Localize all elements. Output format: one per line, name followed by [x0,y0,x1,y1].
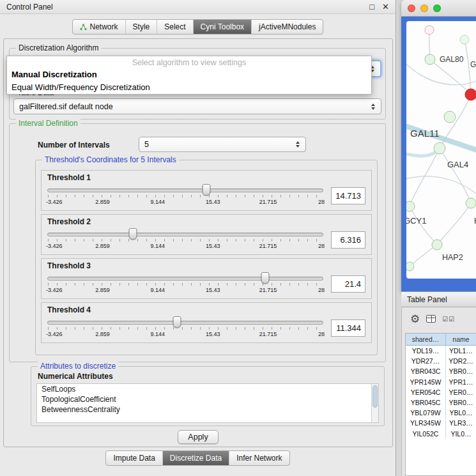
tick-label: -3.426 [46,287,63,293]
network-node[interactable] [460,35,469,44]
table-cell[interactable]: YDL19… [406,346,446,356]
table-cell[interactable]: YBL079W [406,408,446,418]
table-row[interactable]: YDR27…YDR2… [406,356,476,366]
slider-track[interactable] [47,277,323,280]
float-window-icon[interactable]: □ [369,3,374,11]
network-node[interactable] [434,142,445,154]
threshold-value-field[interactable]: 6.316 [331,231,365,249]
number-of-intervals-combobox[interactable]: 5 [139,137,306,152]
tab-discretize-data[interactable]: Discretize Data [162,451,229,465]
tab-cyni-toolbox[interactable]: Cyni Toolbox [193,20,251,34]
slider-track[interactable] [47,321,323,325]
table-row[interactable]: YPR145WYPR1… [406,377,476,387]
tick-label: 2.859 [95,287,110,293]
threshold-label: Threshold 2 [47,217,365,226]
table-cell[interactable]: YER0… [446,387,476,397]
column-header[interactable]: shared… [406,334,446,345]
tick-label: 28 [318,243,325,249]
apply-button[interactable]: Apply [178,430,219,444]
close-button[interactable] [408,4,415,12]
network-node[interactable] [425,54,435,65]
table-cell[interactable]: YLR345W [406,418,446,428]
tick-label: 2.859 [95,331,110,337]
slider-tick-marks [48,283,323,286]
table-cell[interactable]: YDR2… [446,356,476,366]
tick-label: 28 [318,287,325,293]
threshold-slider[interactable]: -3.426 2.859 9.144 15.43 21.715 28 [47,271,323,296]
network-canvas[interactable]: GAL80 GA GAL11 GAL4 GCY1 H HAP2 [406,21,476,279]
tab-infer-network[interactable]: Infer Network [229,451,289,465]
group-title: Interval Definition [16,119,81,128]
scrollbar-thumb[interactable] [372,385,378,408]
network-node[interactable] [432,240,442,250]
table-cell[interactable]: YER054C [406,387,446,397]
table-row[interactable]: YIL052CYIL0… [406,429,476,439]
table-row[interactable]: YDL19…YDL1… [406,346,476,356]
network-node[interactable] [425,26,434,35]
tick-label: 28 [318,199,325,205]
table-cell[interactable]: YLR3… [446,418,476,428]
gear-icon[interactable]: ⚙ [410,314,420,325]
slider-thumb[interactable] [261,272,270,284]
table-row[interactable]: YER054CYER0… [406,387,476,397]
table-cell[interactable]: YBR043C [406,366,446,376]
table-cell[interactable]: YIL0… [446,429,476,439]
threshold-slider[interactable]: -3.426 2.859 9.144 15.43 21.715 28 [47,183,323,208]
tab-network[interactable]: Network [73,20,125,34]
columns-icon[interactable] [426,315,436,323]
network-node-selected[interactable] [465,89,476,100]
threshold-value-field[interactable]: 14.713 [331,187,365,204]
minimize-button[interactable] [420,4,428,12]
table-cell[interactable]: YBR045C [406,397,446,408]
table-cell[interactable]: YDL1… [446,346,476,356]
tab-style[interactable]: Style [125,20,157,34]
table-row[interactable]: YLR345WYLR3… [406,418,476,428]
numerical-attributes-list[interactable]: SelfLoops TopologicalCoefficient Between… [36,383,379,423]
table-cell[interactable]: YPR145W [406,377,446,387]
tick-label: 15.43 [206,331,220,337]
threshold-value-field[interactable]: 11.344 [331,319,365,337]
tab-impute-data[interactable]: Impute Data [106,451,162,465]
list-item[interactable]: SelfLoops [37,384,378,394]
network-node[interactable] [406,262,414,271]
tick-label: 15.43 [206,243,220,249]
threshold-slider[interactable]: -3.426 2.859 9.144 15.43 21.715 28 [47,227,323,252]
close-window-icon[interactable]: ✕ [382,3,389,11]
control-panel-titlebar: Control Panel □ ✕ [0,0,395,14]
network-node[interactable] [406,201,415,211]
tab-select[interactable]: Select [157,20,192,34]
table-data-combobox[interactable]: galFiltered.sif default node [13,98,381,114]
table-cell[interactable]: YIL052C [406,429,446,439]
network-node[interactable] [444,111,456,123]
tab-network-label: Network [90,22,118,31]
table-cell[interactable]: YDR27… [406,356,446,366]
slider-track[interactable] [47,233,323,236]
list-item[interactable]: BetweennessCentrality [37,404,378,415]
list-scrollbar[interactable] [371,384,378,422]
threshold-slider[interactable]: -3.426 2.859 9.144 15.43 21.715 28 [47,315,323,341]
table-row[interactable]: YBL079WYBL0… [406,408,476,418]
dropdown-option-manual-discretization[interactable]: Manual Discretization [7,68,371,81]
table-row[interactable]: YBR043CYBR0… [406,366,476,376]
zoom-button[interactable] [433,4,441,12]
tab-jactivemnodules[interactable]: jActiveMNodules [251,20,323,34]
slider-thumb[interactable] [203,184,211,196]
table-cell[interactable]: YPR1… [446,377,476,387]
slider-thumb[interactable] [173,316,181,328]
network-node[interactable] [466,198,476,208]
threshold-panel-3: Threshold 3 -3.426 2.859 9.144 15.43 21.… [41,258,372,299]
table-row[interactable]: YBR045CYBR0… [406,397,476,408]
table-cell[interactable]: YBL0… [446,408,476,418]
table-panel: Table Panel ⚙ ☑☑ shared… name YDL19…YDL1… [401,291,476,476]
threshold-value-field[interactable]: 21.4 [331,275,365,293]
number-of-intervals-value: 5 [144,140,149,149]
dropdown-option-equal-width[interactable]: Equal Width/Frequency Discretization [7,81,371,94]
column-header[interactable]: name [446,334,476,345]
list-item[interactable]: TopologicalCoefficient [37,394,378,404]
slider-thumb[interactable] [128,228,137,240]
select-checkboxes-icon[interactable]: ☑☑ [442,316,455,323]
table-cell[interactable]: YBR0… [446,366,476,376]
slider-track[interactable] [47,188,323,192]
network-view-frame: GAL80 GA GAL11 GAL4 GCY1 H HAP2 [401,17,476,291]
table-cell[interactable]: YBR0… [446,397,476,408]
